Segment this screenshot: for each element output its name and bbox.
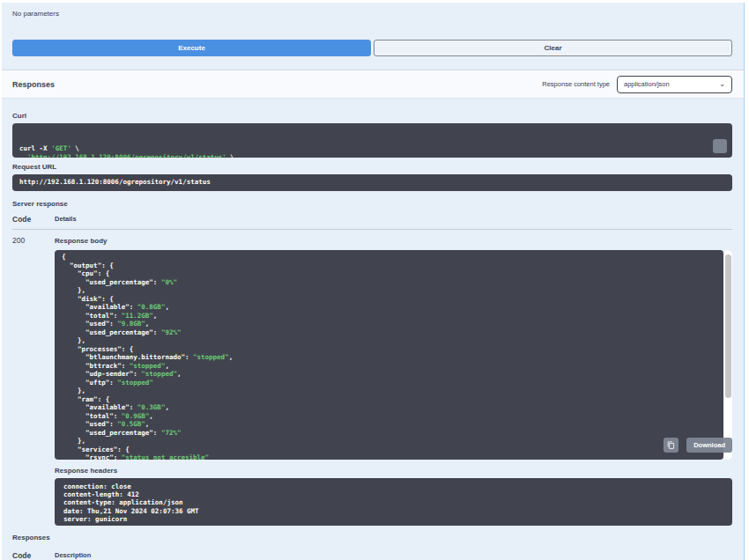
status-code: 200 (12, 236, 55, 526)
clear-button[interactable]: Clear (374, 40, 732, 56)
response-headers-label: Response headers (55, 467, 732, 475)
responses-doc-table-header: Code Description (12, 551, 732, 560)
code-column-header: Code (12, 551, 55, 560)
live-response-row: 200 Response body { "output": { "cpu": {… (12, 236, 732, 526)
content-type-value: application/json (624, 80, 670, 88)
response-body-label: Response body (55, 237, 732, 245)
details-column-header: Details (55, 215, 732, 224)
clipboard-icon (667, 438, 675, 452)
execute-button[interactable]: Execute (12, 40, 371, 56)
clipboard-icon (696, 127, 732, 158)
download-button[interactable]: Download (686, 438, 732, 453)
response-headers-block: connection: closecontent-length: 412cont… (55, 478, 732, 526)
request-url-label: Request URL (12, 163, 732, 171)
curl-command-text: curl -X 'GET' \ 'http://192.168.1.120:80… (19, 144, 725, 158)
response-body-scrollbar[interactable] (723, 250, 732, 460)
request-url-value: http://192.168.1.120:8006/ogrepository/v… (12, 174, 732, 191)
curl-label: Curl (12, 112, 732, 120)
response-content-type-select[interactable]: application/json ⌄ (617, 76, 732, 93)
chevron-down-icon: ⌄ (719, 80, 725, 88)
opblock-body: No parameters Execute Clear Responses Re… (2, 3, 745, 560)
responses-title: Responses (12, 80, 55, 89)
copy-response-button[interactable] (664, 438, 679, 453)
responses-doc-title: Responses (12, 534, 732, 542)
copy-curl-button[interactable] (713, 139, 727, 153)
response-body-block: { "output": { "cpu": { "used_percentage"… (55, 250, 723, 460)
swagger-operation-panel: No parameters Execute Clear Responses Re… (0, 0, 749, 560)
response-body-wrapper: { "output": { "cpu": { "used_percentage"… (55, 250, 732, 460)
content-type-wrapper: Response content type application/json ⌄ (542, 76, 732, 93)
responses-section-header: Responses Response content type applicat… (2, 70, 744, 99)
description-column-header: Description (55, 551, 732, 560)
server-response-title: Server response (12, 200, 732, 208)
curl-command-block: curl -X 'GET' \ 'http://192.168.1.120:80… (12, 123, 732, 158)
execute-wrapper: Execute Clear (12, 40, 732, 56)
scrollbar-thumb[interactable] (725, 254, 731, 398)
server-response-table-header: Code Details (12, 215, 732, 230)
no-parameters-text: No parameters (2, 3, 744, 18)
code-column-header: Code (12, 215, 55, 224)
response-details: Response body { "output": { "cpu": { "us… (55, 236, 732, 526)
content-type-label: Response content type (542, 80, 610, 88)
